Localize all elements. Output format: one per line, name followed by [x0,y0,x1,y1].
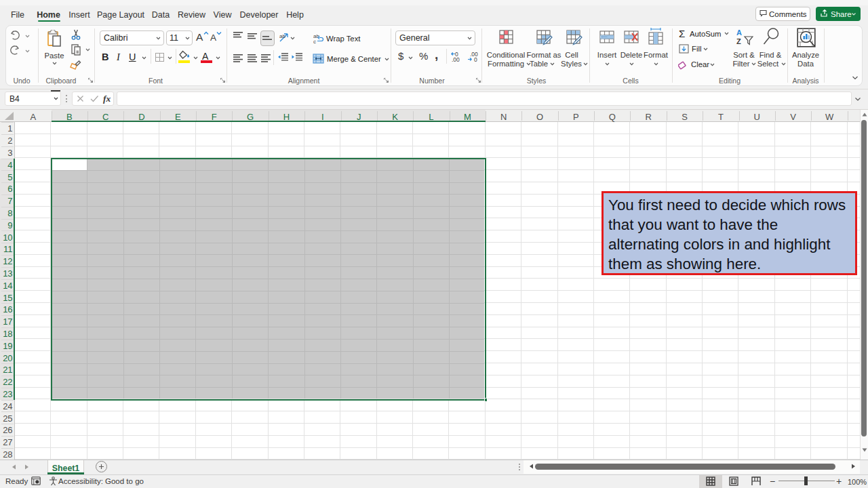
svg-text:Z: Z [736,37,741,45]
svg-text:ab: ab [279,33,285,39]
svg-text:A: A [736,28,742,37]
svg-text:.00: .00 [452,56,460,62]
svg-text:c: c [313,39,316,43]
